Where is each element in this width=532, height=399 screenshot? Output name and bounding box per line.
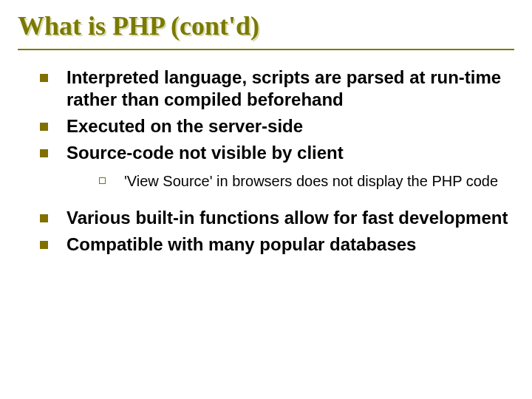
title-underline [18, 49, 514, 50]
slide: What is PHP (cont'd) Interpreted languag… [0, 0, 532, 399]
bullet-text: Interpreted language, scripts are parsed… [66, 67, 501, 109]
list-item: Interpreted language, scripts are parsed… [40, 66, 510, 111]
list-item: Various built-in functions allow for fas… [40, 207, 510, 229]
list-item: Compatible with many popular databases [40, 233, 510, 256]
slide-title: What is PHP (cont'd) [18, 10, 514, 47]
bullet-text: Compatible with many popular databases [66, 234, 416, 254]
bullet-text: 'View Source' in browsers does not displ… [124, 173, 498, 189]
sub-bullet-list: 'View Source' in browsers does not displ… [66, 171, 510, 191]
list-item: 'View Source' in browsers does not displ… [99, 171, 510, 191]
bullet-text: Source-code not visible by client [66, 143, 344, 163]
list-item: Executed on the server-side [40, 115, 510, 137]
list-item: Source-code not visible by client 'View … [40, 142, 510, 191]
bullet-text: Various built-in functions allow for fas… [66, 208, 508, 228]
bullet-text: Executed on the server-side [66, 116, 303, 136]
bullet-list-top: Interpreted language, scripts are parsed… [18, 66, 514, 256]
